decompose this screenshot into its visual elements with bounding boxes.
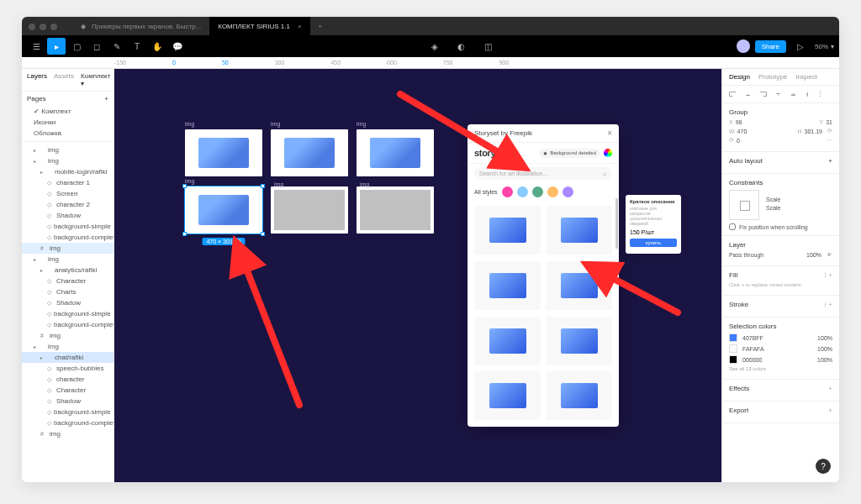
page-icons[interactable]: Иконки: [22, 117, 114, 128]
layer-item[interactable]: #img: [22, 243, 114, 254]
color-picker-icon[interactable]: [604, 149, 612, 157]
style-avatar[interactable]: [502, 186, 513, 197]
tab-design[interactable]: Design: [729, 73, 750, 81]
illustration-card[interactable]: [546, 371, 612, 420]
layer-item[interactable]: ◇Character: [22, 385, 114, 396]
layer-item[interactable]: ◇background-simple: [22, 221, 114, 232]
tab-inspect[interactable]: Inspect: [795, 73, 817, 81]
illustration-card[interactable]: [474, 371, 541, 420]
visibility-icon[interactable]: 👁: [827, 252, 832, 258]
mask-icon[interactable]: ◐: [452, 38, 471, 55]
tab-assets[interactable]: Assets: [54, 72, 74, 87]
search-input[interactable]: Search for an illustration... ⌕: [474, 167, 612, 180]
layer-item[interactable]: ◇background-complete: [22, 319, 114, 330]
component-icon[interactable]: ◈: [425, 38, 444, 55]
illustration-card[interactable]: [474, 317, 541, 365]
style-avatar[interactable]: [563, 186, 573, 197]
layer-item[interactable]: ▸img: [22, 144, 114, 155]
color-row[interactable]: 407BFF100%: [729, 333, 832, 342]
color-row[interactable]: 000000100%: [729, 355, 832, 364]
add-icon[interactable]: +: [828, 157, 832, 165]
close-icon[interactable]: ×: [607, 129, 612, 138]
layer-item[interactable]: ▸analytics/rafiki: [22, 265, 114, 276]
artboard-thumb[interactable]: img470 × 301.19: [185, 186, 262, 234]
layer-item[interactable]: ▸img: [22, 341, 114, 352]
layer-item[interactable]: ▸img: [22, 254, 114, 265]
layer-item[interactable]: ◇background-simple: [22, 407, 114, 417]
layer-item[interactable]: ▸chat/rafiki: [22, 352, 114, 363]
opacity-field[interactable]: 100%: [806, 252, 821, 258]
distribute-icon[interactable]: ⋮: [816, 90, 824, 98]
shape-tool[interactable]: ◻: [87, 38, 106, 55]
tab-komplekt[interactable]: КОМПЛЕКТ SIRIUS 1.1 ×: [209, 17, 309, 35]
layer-item[interactable]: ◇character 2: [22, 199, 114, 210]
see-all-colors[interactable]: See all 13 colors: [729, 366, 832, 371]
artboard-thumb[interactable]: img: [357, 186, 434, 234]
play-icon[interactable]: ▷: [791, 38, 810, 55]
layer-item[interactable]: ◇background-simple: [22, 308, 114, 319]
artboard-thumb[interactable]: img: [271, 186, 348, 234]
constraints-widget[interactable]: [729, 190, 759, 220]
close-icon[interactable]: ×: [298, 23, 302, 30]
style-avatar[interactable]: [532, 186, 543, 197]
hand-tool[interactable]: ✋: [148, 38, 166, 55]
layer-item[interactable]: ◇background-complete: [22, 232, 114, 243]
menu-icon[interactable]: ☰: [27, 38, 45, 55]
illustration-card[interactable]: [474, 206, 541, 255]
layer-item[interactable]: ▸img: [22, 155, 114, 166]
frame-tool[interactable]: ▢: [67, 38, 86, 55]
background-chip[interactable]: ✹ Background detailed: [539, 149, 600, 158]
boolean-icon[interactable]: ◫: [479, 38, 498, 55]
tab-examples[interactable]: ◆ Примеры первых экранов. Быстр...: [72, 17, 209, 35]
x-field[interactable]: 98: [736, 119, 742, 125]
illustration-card[interactable]: [546, 206, 612, 255]
tab-layers[interactable]: Layers: [27, 72, 47, 87]
layer-item[interactable]: ◇Screen: [22, 188, 114, 199]
canvas[interactable]: imgimgimgimg470 × 301.19imgimg Storyset …: [114, 69, 721, 482]
page-komplekt[interactable]: Комплект: [22, 106, 114, 117]
h-constraint[interactable]: Scale: [766, 197, 781, 202]
illustration-card[interactable]: [474, 261, 541, 310]
artboard-thumb[interactable]: img: [271, 129, 348, 176]
layer-item[interactable]: ◇Shadow: [22, 210, 114, 221]
illustration-card[interactable]: [546, 261, 612, 310]
avatar[interactable]: [737, 39, 750, 53]
artboard-thumb[interactable]: img: [185, 129, 262, 176]
align-top-icon[interactable]: ⫟: [774, 90, 782, 98]
move-tool[interactable]: ▸: [47, 38, 66, 55]
fix-scroll-checkbox[interactable]: [729, 223, 736, 230]
style-avatar[interactable]: [517, 186, 528, 197]
color-row[interactable]: FAFAFA100%: [729, 344, 832, 353]
buy-button[interactable]: купить: [630, 239, 677, 247]
layer-item[interactable]: ◇Shadow: [22, 396, 114, 407]
artboard-thumb[interactable]: img: [357, 129, 434, 176]
add-page-icon[interactable]: +: [104, 95, 108, 102]
text-tool[interactable]: T: [128, 38, 146, 55]
w-field[interactable]: 470: [737, 129, 747, 134]
layer-item[interactable]: ◇character: [22, 374, 114, 385]
zoom-level[interactable]: 50%▾: [815, 43, 834, 50]
lock-icon[interactable]: ⟳: [827, 128, 832, 134]
scrollbar[interactable]: [615, 198, 618, 249]
layer-item[interactable]: ◇Character: [22, 276, 114, 286]
align-bottom-icon[interactable]: ⫞: [805, 90, 809, 98]
style-avatar[interactable]: [547, 186, 558, 197]
tab-add[interactable]: +: [310, 17, 331, 35]
more-icon[interactable]: ⋯: [827, 137, 832, 144]
h-field[interactable]: 301.19: [805, 129, 822, 134]
layer-item[interactable]: ▸mobile-login/rafiki: [22, 166, 114, 177]
v-constraint[interactable]: Scale: [766, 205, 781, 211]
pen-tool[interactable]: ✎: [108, 38, 126, 55]
layer-item[interactable]: ◇character 1: [22, 177, 114, 188]
comment-tool[interactable]: 💬: [168, 38, 187, 55]
align-center-h-icon[interactable]: ⫠: [744, 90, 752, 98]
layer-item[interactable]: ◇Shadow: [22, 297, 114, 308]
share-button[interactable]: Share: [755, 40, 786, 53]
layer-item[interactable]: ◇background-complete: [22, 417, 114, 428]
page-dropdown[interactable]: Комплект ▾: [81, 72, 110, 87]
illustration-card[interactable]: [546, 317, 612, 365]
page-cover[interactable]: Обложка: [22, 128, 114, 139]
blend-mode[interactable]: Pass through: [729, 252, 763, 258]
y-field[interactable]: 31: [826, 119, 832, 125]
layer-item[interactable]: #img: [22, 428, 114, 439]
